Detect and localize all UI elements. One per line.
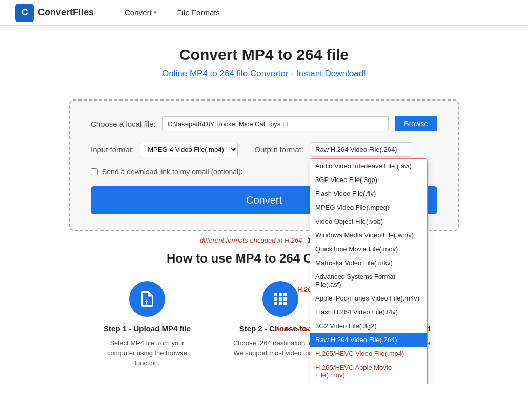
output-format-selected-display[interactable]: Raw H.264 Video File(.264) [310,142,412,157]
step-1-title: Step 1 - Upload MP4 file [104,324,191,333]
dropdown-item[interactable]: MPEG Video File(.mpeg) [310,201,427,214]
dropdown-item[interactable]: Advanced Systems Format File(.asf) [310,270,427,291]
step-1: Step 1 - Upload MP4 file Select MP4 file… [96,281,198,368]
file-input-display: C:\fakepath\DIY Rocket Mice Cat Toys | I [162,116,389,131]
dropdown-item[interactable]: Flash Video File(.flv) [310,187,427,201]
input-format-label: Input format: [91,145,134,154]
brand-name: ConvertFiles [38,7,94,18]
output-format-label: Output format: [254,145,303,154]
dropdown-item[interactable]: Matroska Video File(.mkv) [310,256,427,270]
dropdown-item[interactable]: 3G2 Video File(.3g2) [310,319,427,333]
navbar: C ConvertFiles Convert ▾ File Formats [0,0,528,26]
dropdown-item[interactable]: 3GP Video File(.3gp) [310,173,427,187]
dropdown-item[interactable]: Apple iPod/iTunes Video File(.m4v) [310,291,427,305]
browse-button[interactable]: Browse [395,116,437,131]
dropdown-item[interactable]: Raw H.264 Video File(.264) [310,333,427,347]
dropdown-item[interactable]: Anime Music Video File(.amv) [310,382,427,384]
dropdown-item[interactable]: Windows Media Video File(.wmv) [310,228,427,242]
page-subtitle: Online MP4 to 264 file Converter - Insta… [10,69,518,79]
dropdown-item[interactable]: Flash H.264 Video File(.f4v) [310,305,427,319]
page-title: Convert MP4 to 264 file [10,46,518,64]
logo-area: C ConvertFiles [15,4,94,22]
output-format-dropdown[interactable]: Audio Video Interleave File (.avi)3GP Vi… [310,158,428,384]
how-to-section: How to use MP4 to 264 Converter Step 1 -… [0,241,528,384]
dropdown-item[interactable]: H.265/HEVC Apple Movie File(.mov) [310,361,427,382]
email-label: Send a download link to my email (option… [102,168,243,176]
dropdown-item[interactable]: Video Object File(.vob) [310,214,427,228]
format-row: Input format: MPEG-4 Video File(.mp4) Ou… [91,142,437,157]
nav-convert-label: Convert [125,8,152,17]
dropdown-item[interactable]: H.265/HEVC Video File(.mp4) [310,347,427,361]
file-label: Choose a local file: [91,119,156,128]
logo-letter: C [22,7,28,18]
steps-row: Step 1 - Upload MP4 file Select MP4 file… [10,281,518,368]
input-format-select[interactable]: MPEG-4 Video File(.mp4) [140,142,238,157]
step-1-desc: Select MP4 file from your computer using… [96,338,198,368]
converter-box: Choose a local file: C:\fakepath\DIY Roc… [69,99,459,231]
dropdown-item[interactable]: QuickTime Movie File(.mov) [310,242,427,256]
email-checkbox[interactable] [91,168,98,175]
nav-links: Convert ▾ File Formats [125,8,220,17]
output-format-container: Raw H.264 Video File(.264) Audio Video I… [310,142,412,157]
step-1-icon [129,281,165,317]
nav-convert-chevron: ▾ [154,9,157,16]
nav-file-formats[interactable]: File Formats [177,8,220,17]
step-2-icon [262,281,298,317]
file-row: Choose a local file: C:\fakepath\DIY Roc… [91,116,437,131]
logo-icon: C [15,4,34,22]
dropdown-item[interactable]: Audio Video Interleave File (.avi) [310,159,427,173]
how-to-title: How to use MP4 to 264 Converter [10,251,518,266]
nav-convert[interactable]: Convert ▾ [125,8,157,17]
page-title-section: Convert MP4 to 264 file Online MP4 to 26… [0,26,528,89]
